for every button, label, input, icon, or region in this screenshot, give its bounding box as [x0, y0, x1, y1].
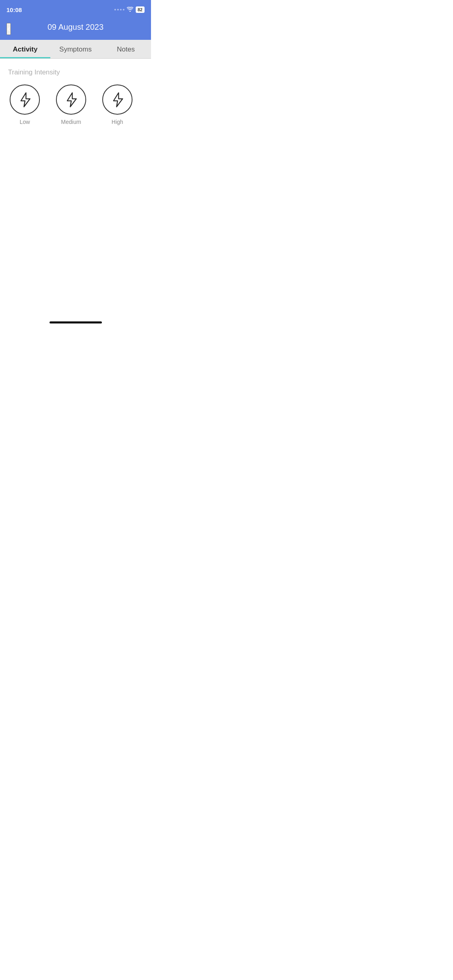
section-label: Training Intensity: [8, 68, 143, 76]
lightning-icon-low: [19, 92, 31, 108]
tabs-bar: Activity Symptoms Notes: [0, 40, 151, 59]
lightning-icon-medium: [65, 92, 78, 108]
tab-activity[interactable]: Activity: [0, 40, 50, 58]
intensity-option-medium[interactable]: Medium: [56, 84, 86, 125]
signal-icon: [114, 9, 124, 10]
intensity-label-low: Low: [20, 119, 30, 125]
content-area: Training Intensity Low Medium: [0, 59, 151, 327]
intensity-circle-high: [102, 84, 132, 115]
tab-symptoms[interactable]: Symptoms: [50, 40, 101, 58]
lightning-icon-high: [111, 92, 124, 108]
page-title: 09 August 2023: [48, 23, 103, 32]
intensity-circle-low: [10, 84, 40, 115]
intensity-option-high[interactable]: High: [102, 84, 132, 125]
battery-indicator: 82: [136, 6, 145, 13]
tab-notes[interactable]: Notes: [101, 40, 151, 58]
intensity-options: Low Medium High: [8, 84, 143, 125]
intensity-label-high: High: [112, 119, 123, 125]
intensity-circle-medium: [56, 84, 86, 115]
home-indicator: [50, 321, 102, 323]
status-bar: 10:08 82: [0, 0, 151, 18]
intensity-label-medium: Medium: [61, 119, 81, 125]
nav-bar: ‹ 09 August 2023: [0, 18, 151, 40]
wifi-icon: [127, 6, 133, 13]
status-time: 10:08: [6, 6, 22, 13]
status-icons: 82: [114, 6, 145, 13]
intensity-option-low[interactable]: Low: [10, 84, 40, 125]
back-button[interactable]: ‹: [6, 23, 11, 35]
